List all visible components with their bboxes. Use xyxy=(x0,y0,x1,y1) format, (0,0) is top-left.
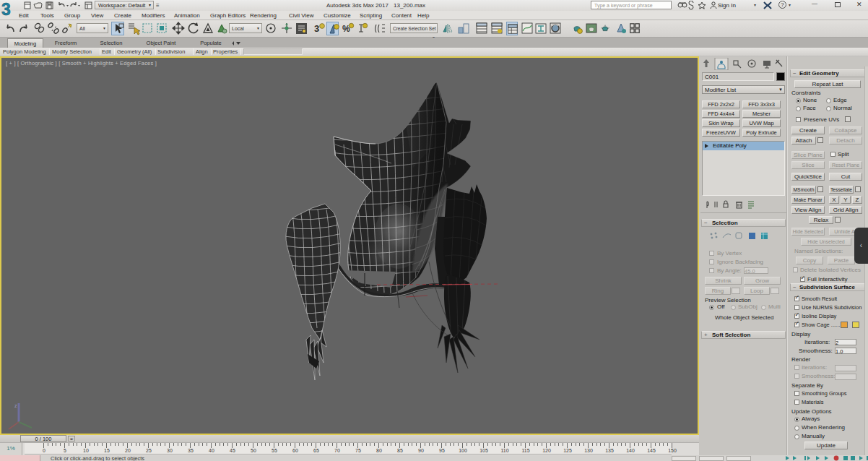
svg-text:z: z xyxy=(14,403,17,408)
svg-text:3: 3 xyxy=(1,0,11,19)
svg-text:3: 3 xyxy=(314,23,319,34)
